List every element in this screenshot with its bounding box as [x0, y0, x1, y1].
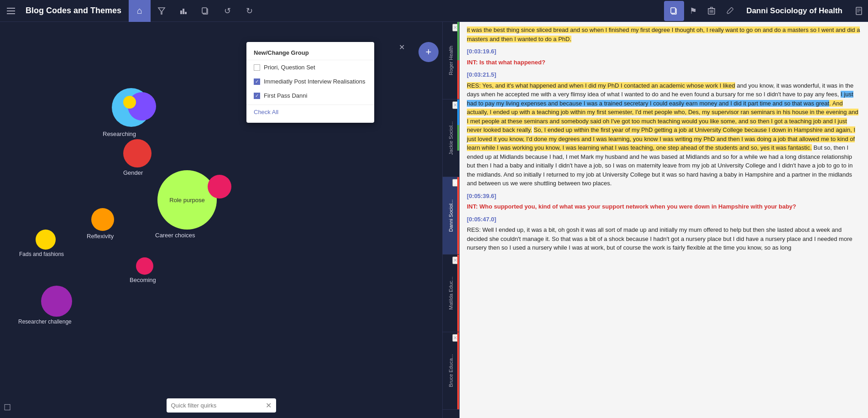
ts-block-int-2: INT: Who supported you, kind of what was…: [467, 202, 861, 211]
tab-undo[interactable]: ↺: [216, 0, 238, 22]
svg-rect-16: [856, 7, 862, 15]
vtab-roger[interactable]: ✕ Roger Health: [443, 22, 459, 99]
bubble-fads[interactable]: [36, 230, 56, 250]
vtab-label-danni: Danni Sociol...: [448, 199, 454, 232]
ts-text-1: it was the best thing since sliced bread…: [467, 26, 860, 42]
svg-rect-4: [180, 10, 182, 14]
ts-int-1: INT: Is that what happened?: [467, 59, 545, 66]
ts-timestamp-3: [0:05:39.6]: [467, 192, 861, 201]
bubble-gender[interactable]: [123, 139, 152, 167]
dropdown-item-2[interactable]: ✓ First Pass Danni: [246, 89, 374, 103]
bubble-role-purpose[interactable]: Role purpose: [157, 170, 217, 230]
svg-rect-8: [202, 8, 207, 13]
vtab-label-jackie: Jackie Sociol...: [448, 121, 454, 155]
tab-home[interactable]: ⌂: [129, 0, 151, 22]
vtab-label-matilda: Matilda Educ...: [448, 277, 454, 310]
edit-tool-btn[interactable]: [721, 2, 739, 20]
vtab-jackie[interactable]: ✕ Jackie Sociol...: [443, 99, 459, 177]
vtab-bar-roger: [457, 22, 459, 99]
bubble-reflexivity[interactable]: [91, 208, 114, 231]
checkbox-post-interview[interactable]: ✓: [254, 78, 260, 85]
transcript-panel: it was the best thing since sliced bread…: [460, 22, 868, 418]
svg-rect-1: [7, 10, 15, 11]
transcript-content[interactable]: it was the best thing since sliced bread…: [460, 22, 868, 418]
group-dropdown: New/Change Group Priori, Question Set ✓ …: [246, 42, 374, 123]
tab-filter[interactable]: [151, 0, 173, 22]
ts-res-1a: RES: Yes, and it's what happened and whe…: [467, 82, 735, 89]
copy-tool-btn[interactable]: [664, 1, 684, 21]
label-reflexivity: Reflexivity: [87, 233, 114, 240]
dropdown-label-1: Immediatly Post Interview Realisations: [264, 78, 366, 85]
vtab-bar-bruce: [457, 332, 459, 409]
flag-tool-btn[interactable]: ⚑: [684, 2, 702, 20]
vtab-label-roger: Roger Health: [448, 46, 454, 75]
ts-int-2: INT: Who supported you, kind of what was…: [467, 203, 796, 210]
vtab-bar-jackie: [457, 99, 459, 177]
checkbox-first-pass[interactable]: ✓: [254, 93, 260, 99]
bubble-role-sub[interactable]: [208, 175, 231, 199]
transcript-title: Danni Sociology of Health: [739, 6, 850, 16]
ts-block-res-1: RES: Yes, and it's what happened and whe…: [467, 81, 861, 188]
svg-rect-0: [7, 8, 15, 9]
check-all-btn[interactable]: Check All: [246, 104, 374, 119]
tab-redo[interactable]: ↻: [238, 0, 260, 22]
checkbox-priori[interactable]: [254, 64, 260, 71]
label-researcher-challenge: Researcher challenge: [18, 319, 72, 325]
vtab-bar-matilda: [457, 255, 459, 332]
label-career-choices: Career choices: [155, 232, 195, 239]
dropdown-label-0: Priori, Question Set: [264, 64, 315, 71]
vtab-danni[interactable]: ✕ Danni Sociol...: [443, 177, 459, 255]
dropdown-item-0[interactable]: Priori, Question Set: [246, 60, 374, 74]
svg-rect-5: [183, 9, 184, 14]
tab-copy[interactable]: [194, 0, 216, 22]
delete-tool-btn[interactable]: [702, 2, 721, 20]
vtab-label-bruce: Bruce Educa...: [448, 354, 454, 387]
app-title: Blog Codes and Themes: [26, 6, 121, 16]
dropdown-item-1[interactable]: ✓ Immediatly Post Interview Realisations: [246, 74, 374, 89]
vertical-tabs: ✕ Roger Health ✕ Jackie Sociol... ✕ Dann…: [443, 22, 460, 418]
label-researching: Researching: [103, 131, 136, 137]
dropdown-close-btn[interactable]: ✕: [364, 43, 439, 52]
label-fads: Fads and fashions: [19, 251, 64, 257]
quick-filter-clear-btn[interactable]: ✕: [266, 401, 272, 410]
bubble-map-panel: New/Change Group Priori, Question Set ✓ …: [0, 22, 443, 418]
label-becoming: Becoming: [130, 277, 156, 283]
main-content: New/Change Group Priori, Question Set ✓ …: [0, 22, 868, 418]
ts-timestamp-1: [0:03:19.6]: [467, 47, 861, 56]
menu-icon[interactable]: [0, 0, 22, 22]
ts-block-1: it was the best thing since sliced bread…: [467, 26, 861, 43]
bottom-left-icon[interactable]: ☐: [4, 402, 11, 413]
bubble-researching-yellow[interactable]: [123, 96, 136, 109]
topbar-right-tools: ⚑ Danni Sociology of Health: [664, 1, 868, 21]
tab-chart[interactable]: [173, 0, 194, 22]
vtab-bruce[interactable]: ✕ Bruce Educa...: [443, 332, 459, 410]
label-role-purpose-inner: Role purpose: [169, 197, 204, 204]
ts-block-res-2: RES: Well I ended up, it was a bit, oh g…: [467, 225, 861, 252]
label-gender: Gender: [123, 169, 143, 176]
ts-timestamp-2: [0:03:21.5]: [467, 70, 861, 79]
ts-res-2a: RES: Well I ended up, it was a bit, oh g…: [467, 226, 852, 251]
checkmark-2: ✓: [255, 93, 259, 98]
bubble-becoming[interactable]: [136, 257, 153, 275]
ts-timestamp-4: [0:05:47.0]: [467, 215, 861, 224]
svg-rect-6: [185, 12, 187, 14]
svg-rect-10: [671, 8, 675, 13]
dropdown-label-2: First Pass Danni: [264, 92, 307, 99]
vtab-bar-danni: [457, 177, 459, 254]
doc-tool-btn[interactable]: [850, 2, 868, 20]
topbar-tabs: ⌂ ↺ ↻: [129, 0, 260, 22]
checkmark-1: ✓: [255, 79, 259, 84]
bubble-researcher-challenge[interactable]: [41, 286, 72, 317]
quick-filter-input[interactable]: [171, 402, 262, 409]
quick-filter-bar: ✕: [167, 398, 276, 413]
ts-block-interviewer-1: INT: Is that what happened?: [467, 58, 861, 67]
topbar: Blog Codes and Themes ⌂ ↺ ↻ ⚑ Danni Soci…: [0, 0, 868, 22]
vtab-matilda[interactable]: ✕ Matilda Educ...: [443, 255, 459, 332]
dropdown-title: New/Change Group: [246, 46, 374, 60]
svg-marker-3: [158, 8, 165, 14]
bubble-canvas: Researching Gender Role purpose Career c…: [0, 22, 442, 418]
svg-rect-2: [7, 13, 15, 14]
